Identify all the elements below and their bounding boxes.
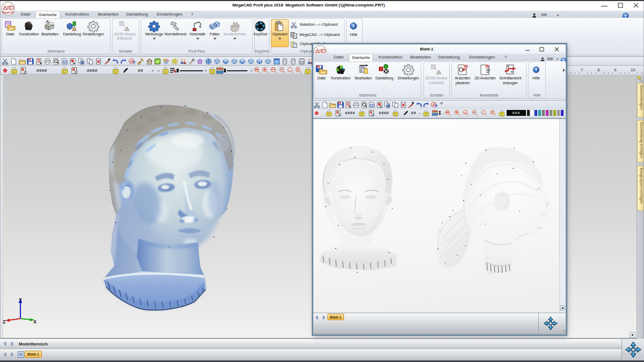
svg-text:+: + xyxy=(281,67,283,72)
svg-text:+: + xyxy=(473,110,475,114)
svg-text:?: ? xyxy=(535,68,537,72)
svg-text:X: X xyxy=(33,319,36,324)
svg-text:++: ++ xyxy=(464,111,468,114)
svg-text:-: - xyxy=(482,110,484,114)
svg-text:PRT: PRT xyxy=(6,22,11,25)
svg-text:2D: 2D xyxy=(464,64,469,68)
svg-text:++: ++ xyxy=(272,68,276,71)
svg-text:?: ? xyxy=(352,24,355,29)
svg-text:Z: Z xyxy=(3,319,6,324)
svg-text:Y: Y xyxy=(19,297,22,302)
svg-text:2D: 2D xyxy=(485,64,490,68)
svg-text:MegaCAD: MegaCAD xyxy=(2,11,14,14)
